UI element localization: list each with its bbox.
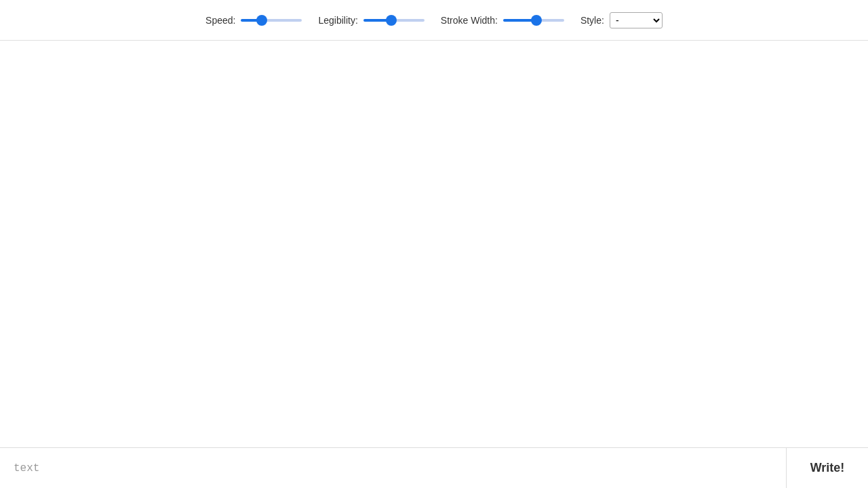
stroke-width-control: Stroke Width: bbox=[441, 15, 564, 26]
toolbar: Speed: Legibility: Stroke Width: Style: … bbox=[0, 0, 868, 41]
style-control: Style: - Print Cursive bbox=[580, 12, 663, 28]
speed-slider[interactable] bbox=[241, 19, 302, 22]
legibility-control: Legibility: bbox=[318, 15, 424, 26]
speed-label: Speed: bbox=[205, 15, 235, 26]
style-select[interactable]: - Print Cursive bbox=[610, 12, 663, 28]
style-label: Style: bbox=[580, 15, 604, 26]
stroke-width-label: Stroke Width: bbox=[441, 15, 498, 26]
write-button[interactable]: Write! bbox=[787, 448, 868, 488]
stroke-width-slider[interactable] bbox=[503, 19, 564, 22]
speed-control: Speed: bbox=[205, 15, 302, 26]
text-input[interactable] bbox=[0, 448, 787, 488]
bottom-bar: Write! bbox=[0, 447, 868, 488]
canvas-area bbox=[0, 41, 868, 447]
legibility-label: Legibility: bbox=[318, 15, 357, 26]
legibility-slider[interactable] bbox=[363, 19, 425, 22]
